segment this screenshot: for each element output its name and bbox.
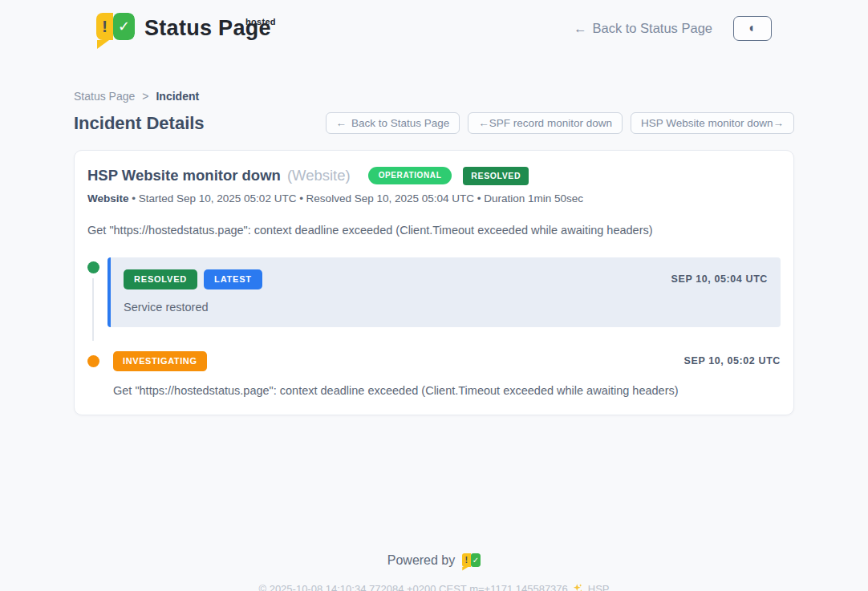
half-circle-theme-icon: ◐ (748, 21, 756, 35)
logo-icon: ! ✓ (96, 13, 135, 43)
main-content: Status Page > Incident Incident Details … (74, 90, 794, 415)
theme-toggle-button[interactable]: ◐ (733, 16, 772, 41)
exclamation-icon: ! (462, 553, 470, 567)
arrow-left-icon: ← (574, 21, 587, 36)
logo-hosted-superscript: hosted (245, 6, 276, 37)
arrow-right-icon: → (773, 117, 785, 129)
breadcrumb-status-page-link[interactable]: Status Page (74, 90, 135, 103)
back-link-label: Back to Status Page (592, 21, 712, 36)
logo-wordmark: Status Pagehosted (144, 13, 271, 43)
investigating-badge: INVESTIGATING (113, 351, 207, 371)
copyright-text: © 2025-10-08 14:10:34.772084 +0200 CEST … (258, 583, 567, 591)
powered-by: Powered by ! ✓ (0, 553, 868, 569)
timeline-entry-resolved: RESOLVED LATEST SEP 10, 05:04 UTC Servic… (87, 257, 781, 327)
back-to-status-page-button[interactable]: ← Back to Status Page (326, 112, 460, 134)
resolved-state-badge: RESOLVED (463, 167, 529, 185)
incident-nav-buttons: ← Back to Status Page ← SPF record monit… (326, 112, 794, 134)
monitor-name: Website (87, 192, 129, 204)
incident-description: Get "https://hostedstatus.page": context… (87, 224, 781, 237)
incident-meta: Website • Started Sep 10, 2025 05:02 UTC… (87, 192, 781, 204)
incident-title-row: HSP Website monitor down (Website) OPERA… (87, 167, 781, 185)
previous-incident-label: SPF record monitor down (489, 117, 612, 129)
operational-status-badge: OPERATIONAL (368, 167, 452, 184)
checkmark-icon: ✓ (471, 553, 481, 567)
incident-timeline: RESOLVED LATEST SEP 10, 05:04 UTC Servic… (87, 257, 781, 397)
powered-by-logo-icon[interactable]: ! ✓ (462, 553, 481, 569)
page-title: Incident Details (74, 113, 205, 134)
timeline-message: Service restored (124, 301, 768, 314)
next-incident-button[interactable]: HSP Website monitor down → (631, 112, 794, 134)
sparkles-icon (572, 583, 584, 591)
copyright-line: © 2025-10-08 14:10:34.772084 +0200 CEST … (0, 583, 868, 591)
timeline-entry-badges: INVESTIGATING (113, 351, 207, 371)
incident-title: HSP Website monitor down (87, 167, 281, 184)
incident-card: HSP Website monitor down (Website) OPERA… (74, 150, 794, 415)
timeline-timestamp: SEP 10, 05:04 UTC (671, 273, 768, 285)
timeline-dot-orange (87, 355, 99, 367)
header-back-to-status-page-link[interactable]: ← Back to Status Page (574, 21, 712, 36)
back-button-label: Back to Status Page (351, 117, 449, 129)
app-header: ! ✓ Status Pagehosted ← Back to Status P… (0, 0, 868, 55)
latest-badge: LATEST (204, 269, 262, 289)
copyright-suffix: HSP (588, 583, 610, 591)
breadcrumb-current-incident: Incident (156, 90, 199, 103)
timeline-entry-investigating: INVESTIGATING SEP 10, 05:02 UTC Get "htt… (87, 351, 781, 397)
bubble-tail (462, 567, 468, 571)
exclamation-icon: ! (96, 13, 113, 40)
previous-incident-button[interactable]: ← SPF record monitor down (468, 112, 623, 134)
timeline-update-card: RESOLVED LATEST SEP 10, 05:04 UTC Servic… (107, 257, 781, 327)
timeline-entry-badges: RESOLVED LATEST (124, 269, 262, 289)
site-footer: Powered by ! ✓ © 2025-10-08 14:10:34.772… (0, 553, 868, 591)
title-row: Incident Details ← Back to Status Page ←… (74, 112, 794, 134)
timeline-connector-line (92, 278, 94, 341)
checkmark-icon: ✓ (113, 13, 135, 40)
timeline-entry-header: RESOLVED LATEST SEP 10, 05:04 UTC (124, 269, 768, 289)
status-page-logo[interactable]: ! ✓ Status Pagehosted (96, 13, 271, 43)
incident-component: (Website) (287, 167, 351, 184)
breadcrumb: Status Page > Incident (74, 90, 794, 103)
incident-meta-details: • Started Sep 10, 2025 05:02 UTC • Resol… (132, 192, 583, 204)
timeline-entry-header: INVESTIGATING SEP 10, 05:02 UTC (107, 351, 781, 371)
header-actions: ← Back to Status Page ◐ (574, 16, 772, 41)
next-incident-label: HSP Website monitor down (641, 117, 773, 129)
timeline-dot-green (87, 261, 99, 273)
arrow-left-icon: ← (478, 117, 489, 129)
arrow-left-icon: ← (336, 117, 347, 129)
bubble-tail (97, 40, 109, 49)
timeline-message: Get "https://hostedstatus.page": context… (107, 384, 781, 397)
powered-by-label: Powered by (387, 553, 456, 568)
breadcrumb-separator-icon: > (142, 90, 148, 103)
resolved-badge: RESOLVED (124, 269, 197, 289)
timeline-timestamp: SEP 10, 05:02 UTC (684, 355, 781, 366)
